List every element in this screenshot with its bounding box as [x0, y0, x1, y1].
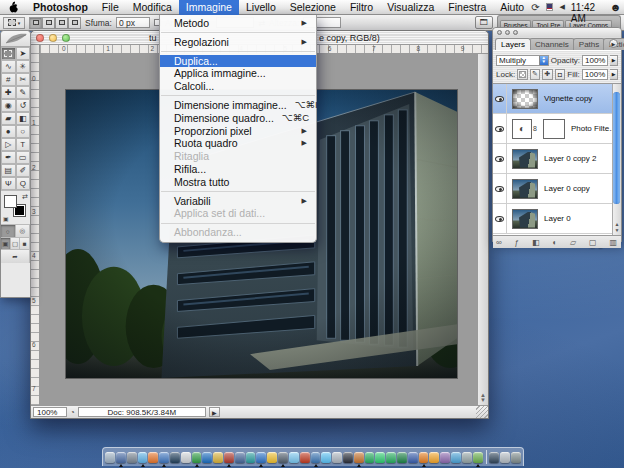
- menu-item-applica-immagine[interactable]: Applica immagine...: [160, 67, 316, 80]
- menu-finestra[interactable]: Finestra: [441, 0, 493, 15]
- crop-tool[interactable]: #: [1, 73, 16, 86]
- dock-app-icon[interactable]: [332, 452, 342, 463]
- slice-tool[interactable]: ✂: [16, 73, 31, 86]
- menu-aiuto[interactable]: Aiuto: [493, 0, 531, 15]
- volume-icon[interactable]: ◀: [559, 3, 564, 11]
- layer-thumbnail[interactable]: [512, 149, 538, 169]
- path-selection-tool[interactable]: ▷: [1, 138, 16, 151]
- dock-app-icon[interactable]: [408, 452, 418, 463]
- scroll-down-icon[interactable]: ▼: [615, 228, 620, 233]
- menu-file[interactable]: File: [95, 0, 126, 15]
- menu-item-duplica[interactable]: Duplica...: [160, 55, 316, 68]
- standard-mode-button[interactable]: ○: [1, 225, 16, 237]
- brush-tool[interactable]: ✎: [16, 86, 31, 99]
- layer-row-layer-0[interactable]: Layer 0: [493, 204, 621, 234]
- layer-row-layer-0-copy-2[interactable]: Layer 0 copy 2: [493, 144, 621, 174]
- shape-tool[interactable]: ▭: [16, 151, 31, 164]
- vertical-scrollbar[interactable]: ▲▼: [477, 54, 488, 405]
- menu-item-metodo[interactable]: Metodo▶: [160, 17, 316, 30]
- dock-app-icon[interactable]: [192, 452, 202, 463]
- minimize-button[interactable]: [49, 34, 57, 42]
- adjustment-thumbnail[interactable]: ◐: [512, 119, 532, 139]
- menu-item-proporzioni-pixel[interactable]: Proporzioni pixel▶: [160, 125, 316, 138]
- blend-mode-select[interactable]: Multiply ▲▼: [496, 55, 549, 66]
- palette-menu-button[interactable]: ▶: [609, 39, 618, 48]
- screen-mode-button-3[interactable]: ■: [20, 238, 30, 249]
- lock-transparency-button[interactable]: [517, 69, 528, 80]
- menu-item-ruota-quadro[interactable]: Ruota quadro▶: [160, 137, 316, 150]
- palette-close-button[interactable]: [497, 30, 502, 35]
- intersect-selection-button[interactable]: [68, 17, 81, 29]
- new-layer-icon[interactable]: ▢: [589, 238, 597, 247]
- user-account-icon[interactable]: ☻: [610, 1, 622, 13]
- dock-app-icon[interactable]: [159, 452, 169, 463]
- menu-item-rifila[interactable]: Rifila...: [160, 163, 316, 176]
- menu-immagine[interactable]: Immagine: [179, 0, 239, 15]
- scroll-arrows-icon[interactable]: ▲▼: [480, 393, 486, 403]
- menu-filtro[interactable]: Filtro: [343, 0, 380, 15]
- dock-app-icon[interactable]: [148, 452, 158, 463]
- vignette-thumbnail[interactable]: [512, 89, 538, 109]
- dock-app-icon[interactable]: [397, 452, 407, 463]
- file-browser-button[interactable]: 🗔: [475, 16, 493, 29]
- foreground-color-swatch[interactable]: [4, 195, 17, 208]
- link-layers-icon[interactable]: ∞: [496, 238, 502, 247]
- dock-app-icon[interactable]: [321, 452, 331, 463]
- dock-app-icon[interactable]: [429, 452, 439, 463]
- dock-app-icon[interactable]: [354, 452, 364, 463]
- visibility-toggle[interactable]: [493, 84, 507, 113]
- fill-field[interactable]: 100%: [582, 69, 609, 80]
- notes-tool[interactable]: ▤: [1, 164, 16, 177]
- adjustment-layer-icon[interactable]: ◐: [552, 238, 557, 247]
- layer-group-icon[interactable]: ▱: [570, 238, 576, 247]
- lock-pixels-button[interactable]: ✎: [530, 69, 541, 80]
- dock-app-icon[interactable]: [105, 452, 115, 463]
- menu-selezione[interactable]: Selezione: [283, 0, 343, 15]
- visibility-toggle[interactable]: [493, 114, 507, 143]
- dock-app-icon[interactable]: [451, 452, 461, 463]
- menu-item-variabili[interactable]: Variabili▶: [160, 195, 316, 208]
- apple-menu-icon[interactable]: [0, 1, 26, 13]
- dock-app-icon[interactable]: [500, 452, 510, 463]
- menu-livello[interactable]: Livello: [239, 0, 283, 15]
- healing-brush-tool[interactable]: ✚: [1, 86, 16, 99]
- layers-scrollbar[interactable]: ▲ ▼: [612, 84, 621, 235]
- menu-item-dimensione-quadro[interactable]: Dimensione quadro...⌥⌘C: [160, 112, 316, 125]
- delete-layer-icon[interactable]: ▥: [609, 238, 617, 247]
- visibility-toggle[interactable]: [493, 144, 507, 173]
- eraser-tool[interactable]: ▰: [1, 112, 16, 125]
- status-menu-arrow[interactable]: ▶: [209, 407, 220, 417]
- dock-app-icon[interactable]: [224, 452, 234, 463]
- menu-item-calcoli[interactable]: Calcoli...: [160, 80, 316, 93]
- feather-input[interactable]: 0 px: [116, 17, 150, 28]
- quick-mask-mode-button[interactable]: ◎: [16, 225, 31, 237]
- clone-stamp-tool[interactable]: ◉: [1, 99, 16, 112]
- dock-app-icon[interactable]: [365, 452, 375, 463]
- menu-visualizza[interactable]: Visualizza: [380, 0, 441, 15]
- dock-app-icon[interactable]: [289, 452, 299, 463]
- dock-app-icon[interactable]: [181, 452, 191, 463]
- type-tool[interactable]: T: [16, 138, 31, 151]
- input-language-flag-icon[interactable]: [546, 3, 554, 11]
- dock-app-icon[interactable]: [170, 452, 180, 463]
- dock-app-icon[interactable]: [235, 452, 245, 463]
- dock-app-icon[interactable]: [213, 452, 223, 463]
- subtract-selection-button[interactable]: [55, 17, 68, 29]
- tool-preset-picker[interactable]: ▾: [3, 17, 25, 29]
- hand-tool[interactable]: Ψ: [1, 177, 16, 190]
- dock-app-icon[interactable]: [462, 452, 472, 463]
- jump-to-imageready-button[interactable]: ➦: [1, 250, 30, 263]
- menu-item-regolazioni[interactable]: Regolazioni▶: [160, 36, 316, 49]
- lock-position-button[interactable]: ✚: [542, 69, 553, 80]
- layer-mask-thumbnail[interactable]: [543, 119, 565, 139]
- move-tool[interactable]: ➤: [16, 47, 31, 60]
- toolbar-header[interactable]: [1, 31, 30, 47]
- menu-bar-clock[interactable]: Fri 11:42 AM: [571, 0, 604, 24]
- dock-app-icon[interactable]: [419, 452, 429, 463]
- history-brush-tool[interactable]: ↺: [16, 99, 31, 112]
- palette-zoom-button[interactable]: [513, 30, 518, 35]
- dock-app-icon[interactable]: [138, 452, 148, 463]
- swap-colors-icon[interactable]: ⇄: [22, 193, 28, 201]
- new-selection-button[interactable]: [29, 17, 42, 29]
- dock-app-icon[interactable]: [300, 452, 310, 463]
